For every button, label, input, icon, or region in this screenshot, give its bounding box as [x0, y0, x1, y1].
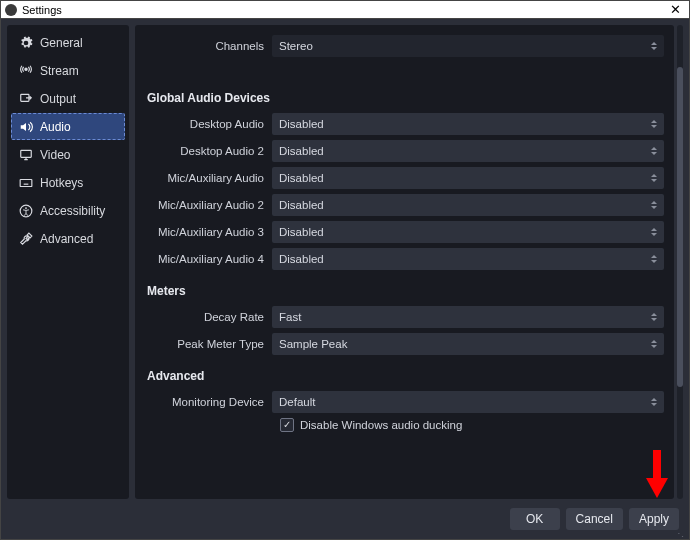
output-icon	[18, 91, 33, 106]
label-desktop-audio: Desktop Audio	[145, 118, 272, 130]
dropdown-value: Disabled	[279, 199, 324, 211]
sidebar-item-advanced[interactable]: Advanced	[11, 225, 125, 252]
sidebar-item-general[interactable]: General	[11, 29, 125, 56]
sidebar-item-label: Audio	[40, 120, 71, 134]
dropdown-mic-aux-audio[interactable]: Disabled	[272, 167, 664, 189]
sidebar-item-label: General	[40, 36, 83, 50]
dropdown-desktop-audio-2[interactable]: Disabled	[272, 140, 664, 162]
label-mic-aux-audio-3: Mic/Auxiliary Audio 3	[145, 226, 272, 238]
label-peak-meter-type: Peak Meter Type	[145, 338, 272, 350]
dropdown-desktop-audio[interactable]: Disabled	[272, 113, 664, 135]
label-mic-aux-audio-2: Mic/Auxiliary Audio 2	[145, 199, 272, 211]
antenna-icon	[18, 63, 33, 78]
dropdown-value: Disabled	[279, 226, 324, 238]
sidebar-item-output[interactable]: Output	[11, 85, 125, 112]
chevron-updown-icon	[647, 394, 660, 410]
chevron-updown-icon	[647, 116, 660, 132]
dropdown-peak-meter-type[interactable]: Sample Peak	[272, 333, 664, 355]
resize-grip[interactable]	[677, 527, 687, 537]
titlebar: Settings ✕	[0, 0, 690, 19]
sidebar-item-label: Hotkeys	[40, 176, 83, 190]
dropdown-value: Sample Peak	[279, 338, 347, 350]
chevron-updown-icon	[647, 143, 660, 159]
dropdown-decay-rate[interactable]: Fast	[272, 306, 664, 328]
settings-content: Channels Stereo Global Audio Devices Des…	[135, 25, 674, 499]
ok-button[interactable]: OK	[510, 508, 560, 530]
sidebar-item-label: Stream	[40, 64, 79, 78]
sidebar-item-label: Output	[40, 92, 76, 106]
sidebar-item-label: Video	[40, 148, 70, 162]
sidebar: General Stream Output Audio Video Hotkey…	[7, 25, 129, 499]
sidebar-item-stream[interactable]: Stream	[11, 57, 125, 84]
dropdown-mic-aux-audio-2[interactable]: Disabled	[272, 194, 664, 216]
sidebar-item-hotkeys[interactable]: Hotkeys	[11, 169, 125, 196]
dropdown-value: Disabled	[279, 145, 324, 157]
dropdown-value: Stereo	[279, 40, 313, 52]
gear-icon	[18, 35, 33, 50]
chevron-updown-icon	[647, 38, 660, 54]
svg-point-0	[24, 68, 26, 70]
section-global-audio-devices: Global Audio Devices	[147, 91, 664, 105]
label-decay-rate: Decay Rate	[145, 311, 272, 323]
section-meters: Meters	[147, 284, 664, 298]
chevron-updown-icon	[647, 170, 660, 186]
section-advanced: Advanced	[147, 369, 664, 383]
chevron-updown-icon	[647, 309, 660, 325]
label-desktop-audio-2: Desktop Audio 2	[145, 145, 272, 157]
dropdown-value: Fast	[279, 311, 301, 323]
dropdown-value: Disabled	[279, 118, 324, 130]
dropdown-channels[interactable]: Stereo	[272, 35, 664, 57]
keyboard-icon	[18, 175, 33, 190]
sidebar-item-video[interactable]: Video	[11, 141, 125, 168]
close-button[interactable]: ✕	[666, 3, 685, 16]
cancel-button[interactable]: Cancel	[566, 508, 623, 530]
apply-button[interactable]: Apply	[629, 508, 679, 530]
dropdown-value: Disabled	[279, 172, 324, 184]
svg-rect-3	[20, 179, 32, 186]
svg-rect-2	[20, 150, 31, 157]
dropdown-mic-aux-audio-4[interactable]: Disabled	[272, 248, 664, 270]
dropdown-monitoring-device[interactable]: Default	[272, 391, 664, 413]
chevron-updown-icon	[647, 251, 660, 267]
dropdown-value: Default	[279, 396, 315, 408]
monitor-icon	[18, 147, 33, 162]
tools-icon	[18, 231, 33, 246]
label-channels: Channels	[145, 40, 272, 52]
chevron-updown-icon	[647, 224, 660, 240]
dropdown-mic-aux-audio-3[interactable]: Disabled	[272, 221, 664, 243]
sidebar-item-accessibility[interactable]: Accessibility	[11, 197, 125, 224]
speaker-icon	[18, 119, 33, 134]
checkbox-disable-ducking[interactable]	[280, 418, 294, 432]
label-mic-aux-audio-4: Mic/Auxiliary Audio 4	[145, 253, 272, 265]
accessibility-icon	[18, 203, 33, 218]
chevron-updown-icon	[647, 336, 660, 352]
chevron-updown-icon	[647, 197, 660, 213]
window-title: Settings	[22, 4, 666, 16]
sidebar-item-audio[interactable]: Audio	[11, 113, 125, 140]
dropdown-value: Disabled	[279, 253, 324, 265]
sidebar-item-label: Accessibility	[40, 204, 105, 218]
app-icon	[5, 4, 17, 16]
sidebar-item-label: Advanced	[40, 232, 93, 246]
label-monitoring-device: Monitoring Device	[145, 396, 272, 408]
label-disable-ducking: Disable Windows audio ducking	[300, 419, 462, 431]
dialog-footer: OK Cancel Apply	[1, 499, 689, 539]
scrollbar-thumb[interactable]	[677, 67, 683, 387]
scrollbar-vertical[interactable]	[677, 25, 683, 499]
svg-point-5	[25, 207, 27, 209]
label-mic-aux-audio: Mic/Auxiliary Audio	[145, 172, 272, 184]
